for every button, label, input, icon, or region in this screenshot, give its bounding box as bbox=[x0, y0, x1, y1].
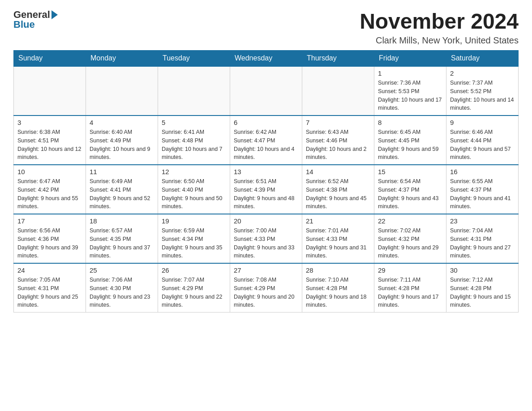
day-number: 15 bbox=[378, 168, 442, 176]
day-number: 9 bbox=[450, 119, 515, 126]
logo-arrow-icon bbox=[51, 10, 58, 19]
weekday-header-monday: Monday bbox=[86, 51, 158, 67]
calendar-day-cell: 17Sunrise: 6:56 AM Sunset: 4:36 PM Dayli… bbox=[14, 214, 86, 263]
day-info: Sunrise: 7:36 AM Sunset: 5:53 PM Dayligh… bbox=[378, 79, 442, 112]
day-info: Sunrise: 6:45 AM Sunset: 4:45 PM Dayligh… bbox=[378, 128, 442, 162]
day-info: Sunrise: 7:05 AM Sunset: 4:31 PM Dayligh… bbox=[17, 276, 82, 309]
calendar-week-row: 3Sunrise: 6:38 AM Sunset: 4:51 PM Daylig… bbox=[14, 116, 519, 165]
calendar-day-cell: 1Sunrise: 7:36 AM Sunset: 5:53 PM Daylig… bbox=[374, 66, 446, 116]
calendar-day-cell: 22Sunrise: 7:02 AM Sunset: 4:32 PM Dayli… bbox=[374, 214, 446, 263]
day-number: 28 bbox=[306, 266, 370, 274]
calendar-day-cell: 15Sunrise: 6:54 AM Sunset: 4:37 PM Dayli… bbox=[374, 165, 446, 214]
location-subtitle: Clark Mills, New York, United States bbox=[360, 35, 519, 46]
day-number: 8 bbox=[378, 119, 442, 126]
day-info: Sunrise: 7:07 AM Sunset: 4:29 PM Dayligh… bbox=[162, 276, 226, 309]
weekday-header-tuesday: Tuesday bbox=[158, 51, 230, 67]
day-number: 2 bbox=[450, 69, 515, 77]
day-info: Sunrise: 6:41 AM Sunset: 4:48 PM Dayligh… bbox=[162, 128, 226, 162]
weekday-header-wednesday: Wednesday bbox=[230, 51, 302, 67]
calendar-day-cell: 7Sunrise: 6:43 AM Sunset: 4:46 PM Daylig… bbox=[302, 116, 374, 165]
weekday-header-saturday: Saturday bbox=[446, 51, 519, 67]
calendar-day-cell bbox=[230, 66, 302, 116]
calendar-week-row: 1Sunrise: 7:36 AM Sunset: 5:53 PM Daylig… bbox=[14, 66, 519, 116]
day-info: Sunrise: 7:04 AM Sunset: 4:31 PM Dayligh… bbox=[450, 227, 515, 260]
calendar-day-cell: 6Sunrise: 6:42 AM Sunset: 4:47 PM Daylig… bbox=[230, 116, 302, 165]
day-info: Sunrise: 7:00 AM Sunset: 4:33 PM Dayligh… bbox=[234, 227, 298, 260]
day-number: 17 bbox=[17, 217, 82, 225]
month-title: November 2024 bbox=[360, 9, 519, 34]
day-info: Sunrise: 6:42 AM Sunset: 4:47 PM Dayligh… bbox=[234, 128, 298, 162]
calendar-day-cell: 21Sunrise: 7:01 AM Sunset: 4:33 PM Dayli… bbox=[302, 214, 374, 263]
calendar-day-cell: 20Sunrise: 7:00 AM Sunset: 4:33 PM Dayli… bbox=[230, 214, 302, 263]
day-number: 4 bbox=[90, 119, 154, 126]
day-info: Sunrise: 6:49 AM Sunset: 4:41 PM Dayligh… bbox=[90, 177, 154, 211]
calendar-table: SundayMondayTuesdayWednesdayThursdayFrid… bbox=[13, 50, 519, 313]
calendar-day-cell: 30Sunrise: 7:12 AM Sunset: 4:28 PM Dayli… bbox=[446, 263, 519, 313]
day-number: 3 bbox=[17, 119, 82, 126]
day-number: 30 bbox=[450, 266, 515, 274]
calendar-week-row: 17Sunrise: 6:56 AM Sunset: 4:36 PM Dayli… bbox=[14, 214, 519, 263]
calendar-day-cell: 5Sunrise: 6:41 AM Sunset: 4:48 PM Daylig… bbox=[158, 116, 230, 165]
day-number: 25 bbox=[90, 266, 154, 274]
calendar-day-cell: 16Sunrise: 6:55 AM Sunset: 4:37 PM Dayli… bbox=[446, 165, 519, 214]
day-info: Sunrise: 6:43 AM Sunset: 4:46 PM Dayligh… bbox=[306, 128, 370, 162]
calendar-day-cell bbox=[302, 66, 374, 116]
day-info: Sunrise: 6:40 AM Sunset: 4:49 PM Dayligh… bbox=[90, 128, 154, 162]
day-number: 5 bbox=[162, 119, 226, 126]
calendar-day-cell: 11Sunrise: 6:49 AM Sunset: 4:41 PM Dayli… bbox=[86, 165, 158, 214]
page-header: General Blue November 2024 Clark Mills, … bbox=[13, 9, 519, 46]
calendar-day-cell: 8Sunrise: 6:45 AM Sunset: 4:45 PM Daylig… bbox=[374, 116, 446, 165]
calendar-day-cell: 2Sunrise: 7:37 AM Sunset: 5:52 PM Daylig… bbox=[446, 66, 519, 116]
day-info: Sunrise: 6:38 AM Sunset: 4:51 PM Dayligh… bbox=[17, 128, 82, 162]
day-number: 22 bbox=[378, 217, 442, 225]
day-info: Sunrise: 6:46 AM Sunset: 4:44 PM Dayligh… bbox=[450, 128, 515, 162]
calendar-day-cell: 29Sunrise: 7:11 AM Sunset: 4:28 PM Dayli… bbox=[374, 263, 446, 313]
calendar-body: 1Sunrise: 7:36 AM Sunset: 5:53 PM Daylig… bbox=[14, 66, 519, 313]
calendar-day-cell: 19Sunrise: 6:59 AM Sunset: 4:34 PM Dayli… bbox=[158, 214, 230, 263]
calendar-day-cell: 27Sunrise: 7:08 AM Sunset: 4:29 PM Dayli… bbox=[230, 263, 302, 313]
calendar-day-cell: 3Sunrise: 6:38 AM Sunset: 4:51 PM Daylig… bbox=[14, 116, 86, 165]
day-number: 10 bbox=[17, 168, 82, 176]
weekday-header-thursday: Thursday bbox=[302, 51, 374, 67]
day-info: Sunrise: 7:12 AM Sunset: 4:28 PM Dayligh… bbox=[450, 276, 515, 309]
logo: General Blue bbox=[13, 9, 58, 30]
day-number: 7 bbox=[306, 119, 370, 126]
day-info: Sunrise: 7:02 AM Sunset: 4:32 PM Dayligh… bbox=[378, 227, 442, 260]
calendar-day-cell bbox=[86, 66, 158, 116]
calendar-day-cell: 23Sunrise: 7:04 AM Sunset: 4:31 PM Dayli… bbox=[446, 214, 519, 263]
logo-blue-text: Blue bbox=[13, 19, 35, 30]
day-number: 23 bbox=[450, 217, 515, 225]
calendar-week-row: 10Sunrise: 6:47 AM Sunset: 4:42 PM Dayli… bbox=[14, 165, 519, 214]
day-info: Sunrise: 6:51 AM Sunset: 4:39 PM Dayligh… bbox=[234, 177, 298, 211]
day-number: 24 bbox=[17, 266, 82, 274]
calendar-day-cell: 10Sunrise: 6:47 AM Sunset: 4:42 PM Dayli… bbox=[14, 165, 86, 214]
day-info: Sunrise: 7:06 AM Sunset: 4:30 PM Dayligh… bbox=[90, 276, 154, 309]
calendar-day-cell: 14Sunrise: 6:52 AM Sunset: 4:38 PM Dayli… bbox=[302, 165, 374, 214]
calendar-day-cell: 26Sunrise: 7:07 AM Sunset: 4:29 PM Dayli… bbox=[158, 263, 230, 313]
day-number: 6 bbox=[234, 119, 298, 126]
day-info: Sunrise: 6:57 AM Sunset: 4:35 PM Dayligh… bbox=[90, 227, 154, 260]
day-number: 1 bbox=[378, 69, 442, 77]
calendar-week-row: 24Sunrise: 7:05 AM Sunset: 4:31 PM Dayli… bbox=[14, 263, 519, 313]
calendar-day-cell: 24Sunrise: 7:05 AM Sunset: 4:31 PM Dayli… bbox=[14, 263, 86, 313]
day-number: 27 bbox=[234, 266, 298, 274]
day-number: 14 bbox=[306, 168, 370, 176]
calendar-day-cell: 25Sunrise: 7:06 AM Sunset: 4:30 PM Dayli… bbox=[86, 263, 158, 313]
weekday-header-sunday: Sunday bbox=[14, 51, 86, 67]
day-info: Sunrise: 6:59 AM Sunset: 4:34 PM Dayligh… bbox=[162, 227, 226, 260]
day-number: 16 bbox=[450, 168, 515, 176]
day-info: Sunrise: 7:10 AM Sunset: 4:28 PM Dayligh… bbox=[306, 276, 370, 309]
weekday-header-row: SundayMondayTuesdayWednesdayThursdayFrid… bbox=[14, 51, 519, 67]
day-number: 11 bbox=[90, 168, 154, 176]
day-number: 19 bbox=[162, 217, 226, 225]
day-info: Sunrise: 6:52 AM Sunset: 4:38 PM Dayligh… bbox=[306, 177, 370, 211]
day-info: Sunrise: 7:08 AM Sunset: 4:29 PM Dayligh… bbox=[234, 276, 298, 309]
day-info: Sunrise: 7:37 AM Sunset: 5:52 PM Dayligh… bbox=[450, 79, 515, 112]
day-info: Sunrise: 6:47 AM Sunset: 4:42 PM Dayligh… bbox=[17, 177, 82, 211]
day-number: 26 bbox=[162, 266, 226, 274]
day-info: Sunrise: 6:50 AM Sunset: 4:40 PM Dayligh… bbox=[162, 177, 226, 211]
calendar-day-cell: 4Sunrise: 6:40 AM Sunset: 4:49 PM Daylig… bbox=[86, 116, 158, 165]
day-number: 13 bbox=[234, 168, 298, 176]
day-number: 18 bbox=[90, 217, 154, 225]
calendar-day-cell bbox=[158, 66, 230, 116]
